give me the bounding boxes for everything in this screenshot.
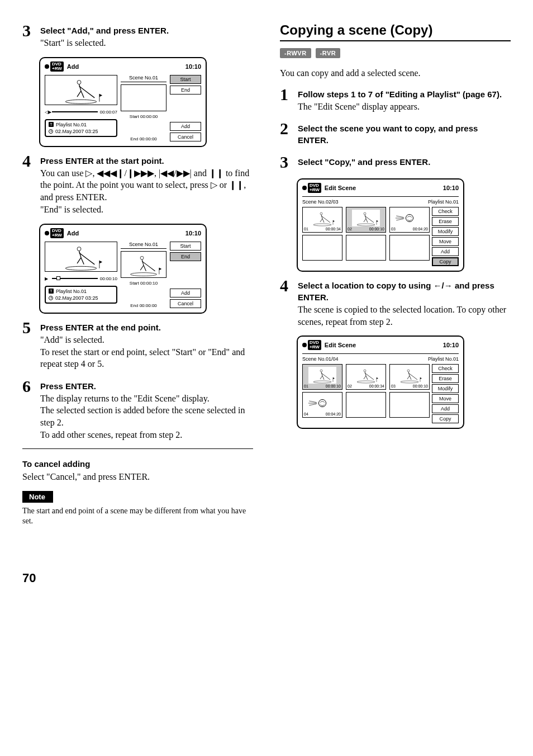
- scene-thumb[interactable]: 0300:00:10: [389, 364, 430, 390]
- screen-title: Add: [67, 63, 79, 70]
- dvd-badge: DVD+RW: [45, 62, 64, 72]
- scene-thumb-selected[interactable]: 0100:00:10: [302, 364, 342, 390]
- scene-label: Scene No.01: [121, 75, 166, 82]
- step-heading: Select "Copy," and press ENTER.: [298, 156, 511, 168]
- scene-thumb-empty: [346, 235, 386, 261]
- playlist-label: Playlist No.01: [56, 289, 87, 294]
- intro-text: You can copy and add a selected scene.: [280, 67, 511, 79]
- scene-thumb[interactable]: 0200:00:34: [346, 364, 386, 390]
- step-text: The scene is copied to the selected loca…: [298, 304, 511, 328]
- screen-add-start: DVD+RW Add 10:10 ◁▶ 00:00:07 TPlaylist N…: [39, 57, 207, 147]
- info-block: TPlaylist No.01 02.May.2007 03:25: [45, 119, 117, 137]
- screen-clock: 10:10: [443, 342, 459, 348]
- screen-edit-scene-3: DVD+RW Edit Scene 10:10 Scene No.02/03 P…: [297, 178, 464, 272]
- step-heading: Follow steps 1 to 7 of "Editing a Playli…: [298, 88, 511, 100]
- section-underline: [280, 40, 511, 41]
- pause-icon: ❙❙: [209, 168, 223, 178]
- cancel-button[interactable]: Cancel: [170, 133, 201, 141]
- start-button[interactable]: Start: [170, 75, 201, 84]
- modify-button[interactable]: Modify: [432, 227, 459, 236]
- scene-thumb[interactable]: 0300:04:20: [389, 207, 430, 233]
- end-button[interactable]: End: [170, 252, 201, 261]
- scene-counter: Scene No.01/04: [302, 356, 339, 362]
- end-button[interactable]: End: [170, 86, 201, 94]
- rew-icon: ◀◀◀❙: [97, 168, 124, 178]
- scene-thumb-empty: [389, 392, 430, 418]
- screen-edit-scene-4: DVD+RW Edit Scene 10:10 Scene No.01/04 P…: [297, 336, 464, 429]
- rec-dot-icon: [302, 186, 307, 190]
- clock-icon: [49, 129, 53, 134]
- end-time: End 00:00:00: [121, 136, 166, 141]
- erase-button[interactable]: Erase: [432, 217, 459, 226]
- step-number: 6: [22, 378, 35, 395]
- step-number: 2: [280, 120, 292, 137]
- right-arrow-icon: →: [444, 281, 453, 290]
- screen-clock: 10:10: [443, 185, 459, 191]
- step-number: 1: [280, 86, 292, 103]
- step-number: 3: [22, 22, 35, 39]
- rec-dot-icon: [45, 64, 49, 69]
- step-heading: Select "Add," and press ENTER.: [40, 25, 253, 36]
- start-time: Start 00:00:10: [121, 281, 166, 286]
- start-thumb: [121, 251, 166, 278]
- step-heading: Press ENTER.: [40, 380, 253, 392]
- timeline-time: 00:00:07: [100, 110, 117, 115]
- check-button[interactable]: Check: [432, 207, 459, 216]
- step-text: "End" is selected.: [40, 204, 253, 216]
- start-button[interactable]: Start: [170, 242, 201, 251]
- rec-dot-icon: [45, 231, 49, 235]
- playlist-label: Playlist No.01: [428, 356, 459, 362]
- erase-button[interactable]: Erase: [432, 374, 459, 383]
- add-button[interactable]: Add: [432, 247, 459, 256]
- section-title: Copying a scene (Copy): [280, 22, 511, 38]
- step-number: 4: [280, 277, 292, 294]
- fwd-icon: ❙▶▶▶: [127, 168, 154, 178]
- cancel-button[interactable]: Cancel: [170, 299, 201, 308]
- step-text: The display returns to the "Edit Scene" …: [40, 393, 253, 441]
- timeline-time: 00:00:10: [100, 276, 117, 281]
- disc-tag-rwvr: -RWVR: [280, 48, 311, 58]
- dvd-badge: DVD+RW: [302, 183, 321, 193]
- add-button[interactable]: Add: [170, 122, 201, 131]
- move-button[interactable]: Move: [432, 237, 459, 246]
- date-label: 02.May.2007 03:25: [55, 295, 98, 301]
- dvd-chip: DVD+RW: [308, 340, 321, 350]
- info-block: TPlaylist No.01 02.May.2007 03:25: [45, 286, 117, 304]
- end-time: End 00:00:00: [121, 303, 166, 308]
- title-icon: T: [49, 289, 54, 294]
- screen-title: Edit Scene: [325, 185, 356, 191]
- cancel-text: Select "Cancel," and press ENTER.: [22, 471, 253, 483]
- screen-title: Add: [67, 230, 79, 237]
- add-button[interactable]: Add: [170, 289, 201, 297]
- scene-thumb-empty: [389, 235, 430, 261]
- scene-thumb[interactable]: 0100:00:34: [302, 207, 342, 233]
- divider: [22, 448, 253, 449]
- add-button[interactable]: Add: [432, 404, 459, 413]
- copy-button[interactable]: Copy: [432, 414, 459, 423]
- step-number: 3: [280, 154, 292, 171]
- preview-thumb: [45, 242, 117, 272]
- left-arrow-icon: ←: [434, 281, 442, 290]
- scene-thumb-empty: [346, 392, 386, 418]
- step-heading: Press ENTER at the end point.: [40, 322, 253, 333]
- step-text: "Add" is selected. To reset the start or…: [40, 334, 253, 370]
- modify-button[interactable]: Modify: [432, 384, 459, 393]
- screen-clock: 10:10: [185, 63, 201, 70]
- play-icon: ▷: [85, 168, 92, 178]
- check-button[interactable]: Check: [432, 364, 459, 373]
- step-heading: Select the scene you want to copy, and p…: [298, 122, 511, 146]
- dvd-badge: DVD+RW: [45, 228, 64, 238]
- scene-label: Scene No.01: [121, 242, 166, 249]
- disc-tag-rvr: -RVR: [316, 48, 341, 58]
- prev-icon: |◀◀: [159, 168, 174, 178]
- scene-thumb[interactable]: 0400:04:20: [302, 392, 342, 418]
- note-label: Note: [22, 491, 53, 503]
- move-button[interactable]: Move: [432, 394, 459, 403]
- screen-clock: 10:10: [185, 230, 201, 237]
- preview-thumb: [45, 75, 117, 105]
- scene-counter: Scene No.02/03: [302, 199, 339, 205]
- start-thumb: [121, 84, 166, 111]
- scene-thumb-selected[interactable]: 0200:00:10: [346, 207, 386, 233]
- title-icon: T: [49, 122, 54, 127]
- copy-button[interactable]: Copy: [432, 257, 459, 266]
